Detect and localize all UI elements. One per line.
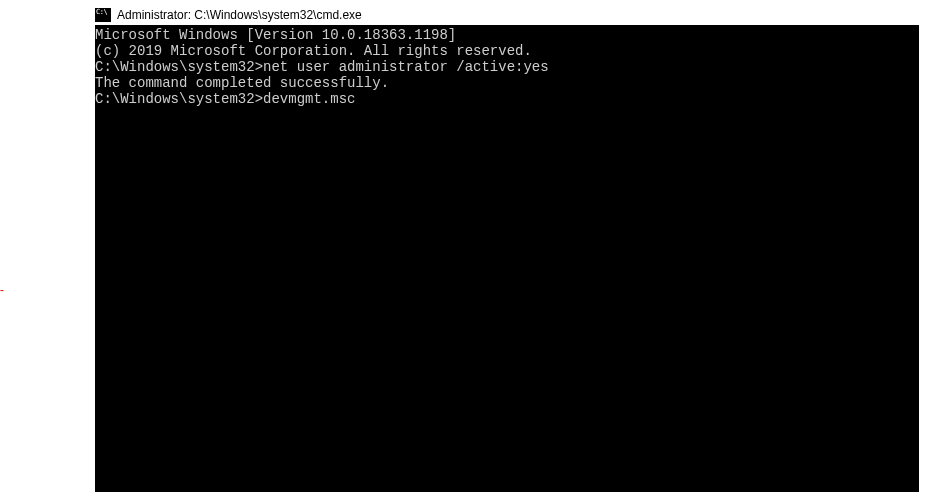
terminal-output[interactable]: Microsoft Windows [Version 10.0.18363.11… (95, 25, 919, 492)
terminal-line: C:\Windows\system32>devmgmt.msc (95, 91, 919, 107)
terminal-line: C:\Windows\system32>net user administrat… (95, 59, 919, 75)
red-dash-marker: - (0, 283, 4, 297)
terminal-line: The command completed successfully. (95, 75, 919, 91)
window-titlebar: Administrator: C:\Windows\system32\cmd.e… (95, 5, 362, 25)
terminal-line: (c) 2019 Microsoft Corporation. All righ… (95, 43, 919, 59)
terminal-line: Microsoft Windows [Version 10.0.18363.11… (95, 27, 919, 43)
window-title: Administrator: C:\Windows\system32\cmd.e… (117, 8, 362, 22)
cmd-icon (95, 8, 111, 22)
